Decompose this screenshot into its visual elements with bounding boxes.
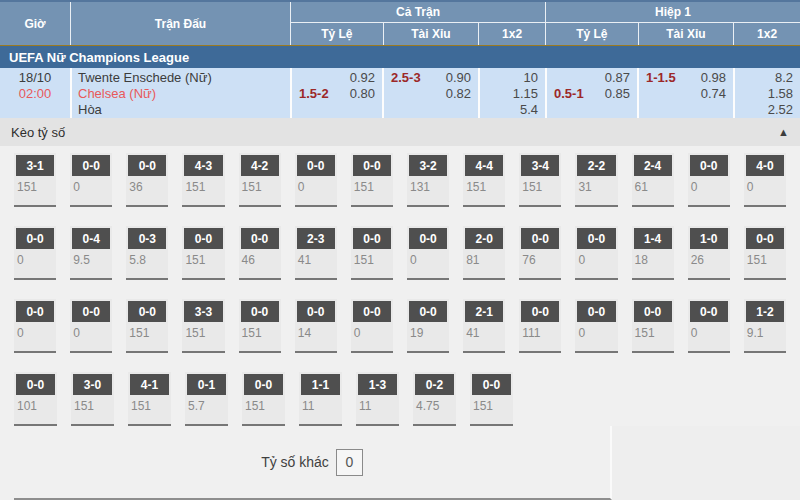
half-handicap-away-odds[interactable]: 0.85 — [605, 86, 630, 102]
chevron-up-icon[interactable]: ▲ — [778, 126, 789, 138]
score-odds: 0 — [70, 176, 112, 194]
score-label: 2-1 — [465, 301, 503, 322]
score-cell[interactable]: 0-00 — [575, 226, 617, 280]
score-cell[interactable]: 2-141 — [463, 299, 505, 353]
full-handicap-home-odds[interactable]: 0.92 — [350, 70, 375, 86]
score-cell[interactable]: 0-0151 — [744, 226, 786, 280]
score-cell[interactable]: 0-0151 — [239, 299, 281, 353]
score-cell[interactable]: 0-15.7 — [185, 372, 228, 426]
full-handicap-away-odds[interactable]: 0.80 — [350, 86, 375, 102]
other-score-odds[interactable]: 0 — [336, 449, 363, 476]
score-odds: 76 — [519, 249, 561, 267]
score-cell[interactable]: 0-49.5 — [70, 226, 112, 280]
score-cell[interactable]: 2-081 — [463, 226, 505, 280]
score-cell[interactable]: 3-2131 — [407, 153, 449, 207]
score-cell[interactable]: 0-00 — [351, 299, 393, 353]
full-over-odds[interactable]: 0.90 — [446, 70, 471, 86]
score-label: 0-0 — [472, 374, 511, 395]
score-cell[interactable]: 2-231 — [575, 153, 617, 207]
score-odds: 151 — [126, 322, 168, 340]
score-label: 0-0 — [353, 155, 391, 176]
score-cell[interactable]: 0-0151 — [351, 153, 393, 207]
half-1x2-away-odds[interactable]: 1.58 — [768, 86, 793, 102]
score-odds: 0 — [70, 322, 112, 340]
score-cell[interactable]: 0-00 — [688, 299, 730, 353]
half-over-odds[interactable]: 0.98 — [701, 70, 726, 86]
score-cell[interactable]: 0-0151 — [126, 299, 168, 353]
score-odds: 0 — [744, 176, 786, 194]
score-odds: 0 — [575, 249, 617, 267]
score-label: 0-0 — [521, 301, 559, 322]
score-cell[interactable]: 0-0101 — [14, 372, 57, 426]
half-1x2-draw-odds[interactable]: 2.52 — [768, 102, 793, 118]
away-team-name: Chelsea (Nữ) — [78, 86, 290, 102]
draw-label: Hòa — [78, 102, 290, 118]
score-odds: 14 — [295, 322, 337, 340]
score-odds: 5.8 — [126, 249, 168, 267]
score-cell[interactable]: 0-00 — [688, 153, 730, 207]
score-label: 4-2 — [241, 155, 279, 176]
full-1x2-draw-odds[interactable]: 5.4 — [520, 102, 538, 118]
score-cell[interactable]: 0-0151 — [470, 372, 513, 426]
score-cell[interactable]: 0-0111 — [519, 299, 561, 353]
score-label: 0-0 — [184, 228, 222, 249]
score-cell[interactable]: 0-00 — [407, 226, 449, 280]
score-cell[interactable]: 0-014 — [295, 299, 337, 353]
score-cell[interactable]: 4-1151 — [128, 372, 171, 426]
score-cell[interactable]: 4-3151 — [182, 153, 224, 207]
score-cell[interactable]: 0-00 — [14, 299, 56, 353]
score-cell[interactable]: 1-418 — [632, 226, 674, 280]
score-odds: 61 — [632, 176, 674, 194]
score-cell[interactable]: 0-0151 — [351, 226, 393, 280]
score-odds: 151 — [182, 322, 224, 340]
score-cell[interactable]: 0-076 — [519, 226, 561, 280]
score-cell[interactable]: 4-00 — [744, 153, 786, 207]
half-1x2-home-odds[interactable]: 8.2 — [775, 70, 793, 86]
score-cell[interactable]: 0-00 — [575, 299, 617, 353]
full-under-odds[interactable]: 0.82 — [446, 86, 471, 102]
score-cell[interactable]: 0-0151 — [182, 226, 224, 280]
score-cell[interactable]: 2-461 — [632, 153, 674, 207]
score-grid: 3-11510-000-0364-31514-21510-000-01513-2… — [0, 146, 800, 426]
correct-score-section-bar[interactable]: Kèo tỷ số ▲ — [0, 118, 800, 146]
score-cell[interactable]: 3-3151 — [182, 299, 224, 353]
score-cell[interactable]: 1-311 — [356, 372, 399, 426]
score-label: 3-2 — [409, 155, 447, 176]
score-odds: 4.75 — [413, 395, 456, 413]
score-odds: 11 — [299, 395, 342, 413]
score-row: 3-11510-000-0364-31514-21510-000-01513-2… — [14, 153, 800, 207]
score-cell[interactable]: 1-111 — [299, 372, 342, 426]
score-label: 0-1 — [187, 374, 226, 395]
half-under-odds[interactable]: 0.74 — [701, 86, 726, 102]
score-label: 0-3 — [128, 228, 166, 249]
score-cell[interactable]: 0-0151 — [632, 299, 674, 353]
score-odds: 101 — [14, 395, 57, 413]
score-cell[interactable]: 4-2151 — [239, 153, 281, 207]
score-cell[interactable]: 0-00 — [70, 153, 112, 207]
score-cell[interactable]: 0-046 — [239, 226, 281, 280]
header-full-1x2: 1x2 — [478, 23, 545, 45]
score-label: 0-0 — [72, 155, 110, 176]
score-cell[interactable]: 2-341 — [295, 226, 337, 280]
full-1x2-home-odds[interactable]: 10 — [524, 70, 538, 86]
score-cell[interactable]: 0-019 — [407, 299, 449, 353]
score-cell[interactable]: 3-1151 — [14, 153, 56, 207]
score-cell[interactable]: 0-0151 — [242, 372, 285, 426]
score-cell[interactable]: 3-4151 — [519, 153, 561, 207]
score-cell[interactable]: 3-0151 — [71, 372, 114, 426]
score-cell[interactable]: 0-00 — [295, 153, 337, 207]
score-label: 2-4 — [634, 155, 672, 176]
score-odds: 0 — [14, 249, 56, 267]
score-odds: 31 — [575, 176, 617, 194]
score-cell[interactable]: 0-00 — [14, 226, 56, 280]
score-cell[interactable]: 0-036 — [126, 153, 168, 207]
score-cell[interactable]: 1-29.1 — [744, 299, 786, 353]
full-1x2-away-odds[interactable]: 1.15 — [513, 86, 538, 102]
half-handicap-home-odds[interactable]: 0.87 — [605, 70, 630, 86]
score-cell[interactable]: 0-00 — [70, 299, 112, 353]
score-cell[interactable]: 0-24.75 — [413, 372, 456, 426]
score-cell[interactable]: 4-4151 — [463, 153, 505, 207]
score-cell[interactable]: 1-026 — [688, 226, 730, 280]
score-label: 4-3 — [184, 155, 222, 176]
score-cell[interactable]: 0-35.8 — [126, 226, 168, 280]
